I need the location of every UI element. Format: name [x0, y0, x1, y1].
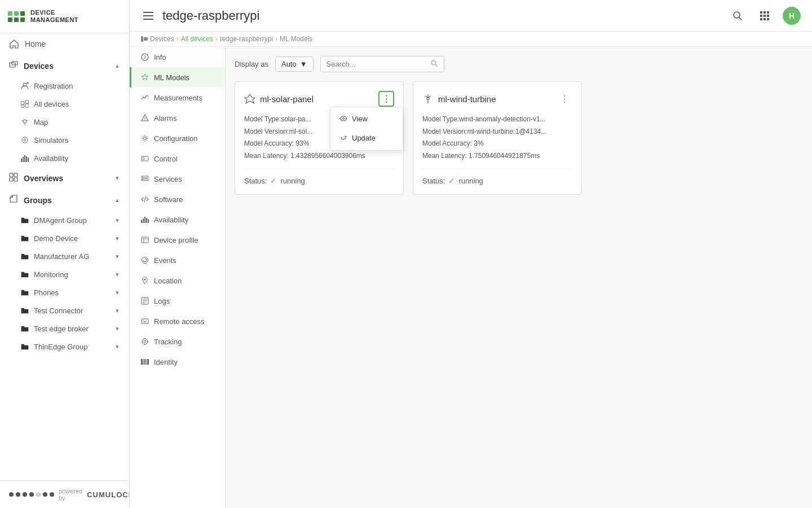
hamburger-line — [143, 12, 153, 13]
folder-icon — [20, 270, 29, 279]
card-title: ml-wind-turbine — [422, 93, 496, 104]
tracking-icon — [140, 337, 149, 346]
sidebar-item-home[interactable]: Home — [0, 33, 129, 55]
sidebar-item-test-connector[interactable]: Test Connector ▼ — [0, 301, 129, 319]
sidebar-item-dmagent[interactable]: DMAgent Group ▼ — [0, 211, 129, 229]
subnav-availability-label: Availability — [154, 216, 188, 224]
dropdown-arrow-icon: ▼ — [300, 60, 307, 68]
hamburger-menu[interactable] — [141, 10, 156, 22]
sidebar-item-demo-device[interactable]: Demo Device ▼ — [0, 229, 129, 247]
subnav-software-label: Software — [154, 195, 183, 204]
card-header: ml-wind-turbine ⋮ — [422, 91, 572, 107]
wind-turbine-icon — [422, 93, 434, 104]
location-icon — [140, 276, 149, 285]
folder-icon — [20, 288, 29, 297]
sidebar-devices-header[interactable]: Devices ▲ — [0, 55, 129, 77]
svg-rect-49 — [146, 218, 147, 223]
simulators-icon — [20, 135, 29, 144]
subnav-item-alarms[interactable]: Alarms — [130, 108, 225, 128]
subnav-item-logs[interactable]: Logs — [130, 291, 225, 311]
svg-rect-13 — [23, 157, 24, 162]
subnav-item-services[interactable]: Services — [130, 169, 225, 189]
svg-point-36 — [144, 55, 145, 56]
svg-rect-18 — [14, 173, 17, 177]
subnav-item-events[interactable]: Events — [130, 250, 225, 270]
subnav-item-availability[interactable]: Availability — [130, 209, 225, 230]
sidebar-item-test-connector-label: Test Connector — [34, 306, 83, 315]
svg-point-21 — [734, 12, 740, 18]
availability-subnav-icon — [140, 215, 149, 224]
search-button[interactable] — [729, 7, 747, 25]
sidebar-item-thinedge[interactable]: ThinEdge Group ▼ — [0, 338, 129, 356]
home-icon — [9, 39, 19, 49]
breadcrumb-item-devices: Devices — [150, 35, 174, 43]
subnav-item-control[interactable]: Control — [130, 148, 225, 169]
overviews-chevron-icon: ▼ — [114, 175, 120, 181]
subnav-item-remote-access[interactable]: Remote access — [130, 311, 225, 331]
card-title: ml-solar-panel — [244, 93, 314, 104]
breadcrumb-sep: › — [176, 35, 179, 43]
subnav-item-software[interactable]: Software — [130, 189, 225, 209]
sidebar-item-availability[interactable]: Availability — [0, 149, 129, 167]
display-as-select[interactable]: Auto ▼ — [275, 56, 314, 72]
sidebar-item-manufacturer-label: Manufacturer AG — [34, 252, 89, 261]
subnav-item-tracking[interactable]: Tracking — [130, 331, 225, 352]
sidebar-groups-header[interactable]: Groups ▲ — [0, 189, 129, 211]
svg-rect-31 — [767, 18, 769, 20]
update-icon — [339, 133, 347, 143]
subnav-item-identity[interactable]: Identity — [130, 352, 225, 372]
breadcrumb-link-all-devices[interactable]: All devices — [181, 35, 213, 43]
svg-line-61 — [143, 321, 145, 322]
all-devices-icon — [20, 99, 29, 108]
sidebar-item-all-devices[interactable]: All devices — [0, 95, 129, 113]
software-icon — [140, 195, 149, 204]
sidebar-item-test-edge-broker[interactable]: Test edge broker ▼ — [0, 319, 129, 338]
subnav-item-configuration[interactable]: Configuration — [130, 128, 225, 148]
folder-icon — [20, 252, 29, 261]
subnav-item-location[interactable]: Location — [130, 270, 225, 291]
devices-icon — [9, 60, 18, 71]
sidebar-item-phones[interactable]: Phones ▼ — [0, 283, 129, 301]
dropdown-item-view[interactable]: View — [330, 110, 403, 128]
svg-rect-70 — [143, 359, 144, 365]
sidebar-overviews-header[interactable]: Overviews ▼ — [0, 167, 129, 189]
svg-rect-23 — [760, 11, 762, 14]
svg-point-64 — [144, 340, 146, 343]
dropdown-item-view-label: View — [352, 115, 368, 123]
subnav-item-device-profile[interactable]: Device profile — [130, 230, 225, 250]
svg-point-9 — [23, 120, 27, 123]
user-avatar[interactable]: H — [783, 7, 801, 25]
svg-point-38 — [144, 120, 145, 120]
sidebar-item-manufacturer[interactable]: Manufacturer AG ▼ — [0, 247, 129, 265]
model-version: Model Version:ml-wind-turbine:1@4134... — [422, 126, 572, 138]
sidebar-item-simulators[interactable]: Simulators — [0, 131, 129, 149]
manufacturer-chevron-icon: ▼ — [114, 253, 120, 260]
breadcrumb-item-ml-models: ML Models — [280, 35, 312, 43]
svg-rect-1 — [12, 62, 17, 65]
card-ml-wind-turbine: ml-wind-turbine ⋮ Model Type:wind-anomal… — [413, 81, 582, 195]
app-title: DEVICEMANAGEMENT — [30, 9, 78, 24]
status-label: Status: — [422, 177, 445, 185]
content-layout: Info ML Models Measurements Alarms — [130, 47, 812, 508]
hamburger-line — [143, 15, 153, 16]
card-menu-button[interactable]: ⋮ — [557, 91, 572, 107]
model-type: Model Type:wind-anomaly-detection-v1... — [422, 113, 572, 126]
status-value: running — [280, 177, 304, 185]
subnav-item-info[interactable]: Info — [130, 47, 225, 67]
card-menu-button[interactable]: ⋮ — [378, 91, 394, 107]
sidebar-item-map[interactable]: Map — [0, 113, 129, 131]
dropdown-item-update[interactable]: Update — [330, 128, 403, 148]
svg-rect-14 — [24, 155, 25, 162]
sub-nav: Info ML Models Measurements Alarms — [130, 47, 226, 508]
svg-point-11 — [24, 139, 26, 141]
sidebar-item-registration[interactable]: Registration — [0, 77, 129, 95]
card-header: ml-solar-panel ⋮ — [244, 91, 394, 107]
apps-button[interactable] — [756, 7, 774, 25]
subnav-item-measurements[interactable]: Measurements — [130, 87, 225, 108]
subnav-item-ml-models[interactable]: ML Models — [130, 67, 225, 87]
sidebar-item-test-edge-broker-label: Test edge broker — [34, 325, 89, 333]
sidebar-item-all-devices-label: All devices — [34, 100, 69, 108]
sidebar-item-monitoring[interactable]: Monitoring ▼ — [0, 265, 129, 283]
search-input[interactable] — [326, 60, 426, 68]
folder-icon — [20, 234, 29, 243]
